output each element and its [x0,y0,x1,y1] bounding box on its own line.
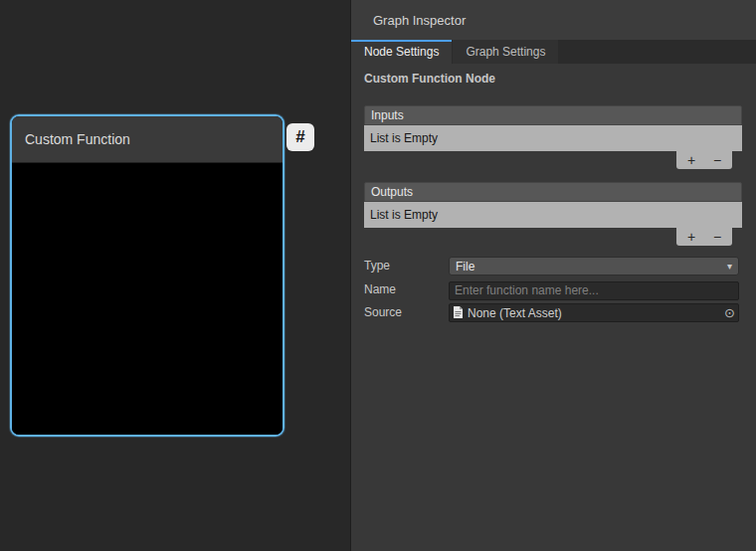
chevron-down-icon: ▾ [727,257,738,276]
text-asset-icon [453,306,464,319]
type-field-row: Type File ▾ [351,257,756,276]
graph-inspector-panel: Graph Inspector Node Settings Graph Sett… [350,0,756,551]
inputs-list: Inputs List is Empty + − [364,105,742,151]
name-field-wrap [449,280,739,299]
name-label: Name [364,280,396,299]
source-object-field[interactable]: None (Text Asset) ⊙ [449,303,739,322]
tab-node-settings[interactable]: Node Settings [351,40,452,64]
custom-function-node[interactable]: Custom Function [10,114,284,437]
inspector-title: Graph Inspector [351,13,466,28]
source-object-value: None (Text Asset) [468,306,721,320]
node-header[interactable]: Custom Function [12,116,283,163]
remove-output-button[interactable]: − [706,228,728,246]
section-title: Custom Function Node [364,72,495,86]
hash-badge-icon[interactable]: # [286,123,314,151]
type-dropdown[interactable]: File ▾ [449,257,739,276]
type-label: Type [364,257,390,276]
inputs-list-footer: + − [676,151,732,169]
outputs-list-empty-row: List is Empty [364,202,742,228]
outputs-list-footer: + − [676,228,732,246]
node-preview [12,163,283,435]
node-title: Custom Function [25,131,130,147]
outputs-list-header: Outputs [364,182,742,202]
function-name-input[interactable] [449,281,739,300]
source-field-row: Source None (Text Asset) ⊙ [351,303,756,322]
type-dropdown-value: File [450,260,727,274]
outputs-list: Outputs List is Empty + − [364,182,742,228]
inspector-titlebar[interactable]: Graph Inspector [351,0,756,41]
inspector-tabs: Node Settings Graph Settings [351,40,756,64]
tab-graph-settings[interactable]: Graph Settings [453,40,558,64]
remove-input-button[interactable]: − [706,151,728,169]
inputs-list-header: Inputs [364,105,742,125]
object-picker-icon[interactable]: ⊙ [721,304,738,321]
inputs-list-empty-row: List is Empty [364,125,742,151]
add-output-button[interactable]: + [680,228,702,246]
name-field-row: Name [351,280,756,299]
add-input-button[interactable]: + [680,151,702,169]
source-label: Source [364,303,402,322]
